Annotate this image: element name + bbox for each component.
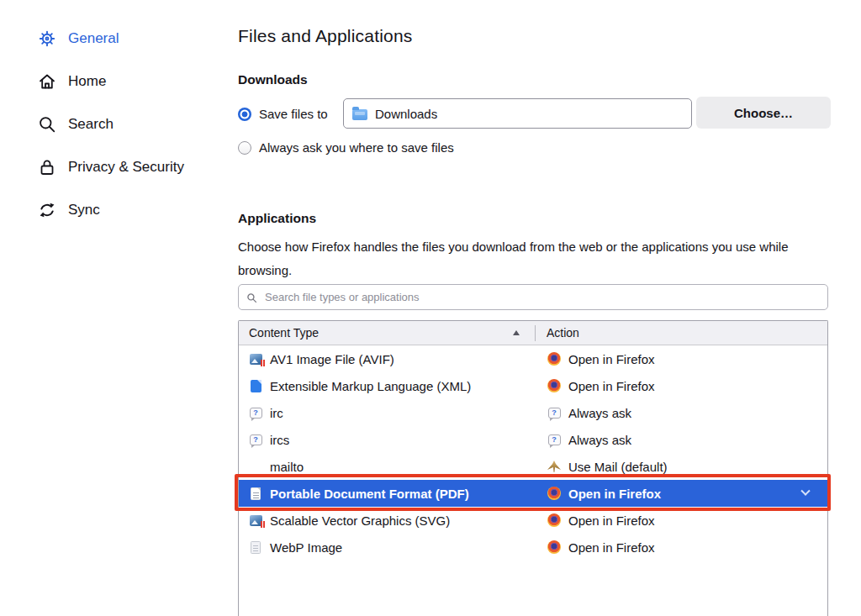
always-ask-radio[interactable] bbox=[238, 141, 251, 155]
downloads-heading: Downloads bbox=[238, 72, 308, 87]
content-type-table-body: AV1 Image File (AVIF) Open in Firefox Ex… bbox=[239, 345, 827, 561]
content-type-label: Extensible Markup Language (XML) bbox=[270, 379, 471, 393]
sidebar-item-sync[interactable]: Sync bbox=[37, 197, 100, 223]
content-type-label: irc bbox=[270, 406, 283, 420]
choose-button[interactable]: Choose… bbox=[696, 97, 831, 129]
always-ask-label: Always ask you where to save files bbox=[259, 140, 454, 155]
content-type-label: ircs bbox=[270, 433, 289, 447]
question-bubble-icon bbox=[250, 434, 262, 445]
search-icon bbox=[37, 114, 57, 134]
sync-icon bbox=[37, 200, 57, 220]
firefox-icon bbox=[547, 379, 561, 392]
sidebar-item-label: Sync bbox=[68, 202, 100, 218]
action-cell[interactable]: Open in Firefox bbox=[536, 372, 827, 399]
content-type-label: mailto bbox=[270, 460, 304, 474]
action-cell[interactable]: Open in Firefox bbox=[536, 345, 827, 372]
search-input[interactable] bbox=[238, 284, 828, 310]
applications-description: Choose how Firefox handles the files you… bbox=[238, 235, 824, 282]
gear-icon bbox=[37, 29, 57, 49]
action-cell[interactable]: Open in Firefox bbox=[536, 480, 827, 507]
content-type-cell: Portable Document Format (PDF) bbox=[239, 480, 536, 507]
action-cell[interactable]: Use Mail (default) bbox=[536, 453, 827, 480]
table-row[interactable]: ircs Always ask bbox=[239, 426, 827, 453]
folder-icon bbox=[352, 109, 367, 120]
action-label: Open in Firefox bbox=[568, 379, 655, 393]
download-path-field[interactable]: Downloads bbox=[343, 98, 692, 129]
applications-search bbox=[238, 284, 828, 310]
action-label: Open in Firefox bbox=[568, 487, 661, 501]
question-bubble-icon bbox=[548, 408, 561, 419]
table-row[interactable]: AV1 Image File (AVIF) Open in Firefox bbox=[239, 345, 827, 372]
content-type-cell: irc bbox=[239, 399, 536, 426]
content-type-cell: WebP Image bbox=[239, 534, 536, 561]
xml-file-icon bbox=[251, 380, 261, 392]
content-type-label: Scalable Vector Graphics (SVG) bbox=[270, 513, 450, 528]
home-icon bbox=[37, 71, 57, 92]
table-header: Content Type Action bbox=[239, 321, 827, 345]
question-bubble-icon bbox=[548, 434, 561, 445]
table-row[interactable]: WebP Image Open in Firefox bbox=[239, 534, 827, 561]
sidebar-item-privacy-security[interactable]: Privacy & Security bbox=[37, 155, 184, 180]
action-label: Open in Firefox bbox=[568, 513, 655, 528]
firefox-icon bbox=[547, 540, 561, 554]
table-row[interactable]: Portable Document Format (PDF) Open in F… bbox=[239, 480, 827, 507]
firefox-icon bbox=[547, 513, 561, 527]
save-files-to-option: Save files to bbox=[238, 107, 328, 121]
content-type-cell: AV1 Image File (AVIF) bbox=[239, 345, 536, 372]
save-files-to-radio[interactable] bbox=[238, 108, 251, 121]
question-bubble-icon bbox=[250, 408, 262, 419]
content-type-cell: Extensible Markup Language (XML) bbox=[239, 372, 536, 399]
action-label: Open in Firefox bbox=[568, 352, 655, 366]
sort-ascending-icon bbox=[513, 330, 520, 335]
column-divider[interactable] bbox=[535, 325, 536, 341]
sidebar-item-search[interactable]: Search bbox=[37, 112, 114, 137]
mail-app-icon bbox=[547, 461, 561, 472]
content-type-column-header[interactable]: Content Type bbox=[249, 326, 319, 340]
table-row[interactable]: Scalable Vector Graphics (SVG) Open in F… bbox=[239, 507, 827, 534]
action-label: Use Mail (default) bbox=[568, 460, 668, 474]
content-type-label: AV1 Image File (AVIF) bbox=[270, 352, 394, 366]
content-type-label: Portable Document Format (PDF) bbox=[270, 487, 469, 501]
action-label: Always ask bbox=[568, 406, 631, 420]
table-row[interactable]: irc Always ask bbox=[239, 399, 827, 426]
page-title: Files and Applications bbox=[238, 26, 413, 46]
content-type-cell: ircs bbox=[239, 426, 536, 453]
sidebar-item-label: General bbox=[68, 30, 119, 47]
sidebar-item-home[interactable]: Home bbox=[37, 69, 106, 94]
sidebar-item-label: Home bbox=[68, 73, 106, 90]
action-cell[interactable]: Always ask bbox=[536, 399, 827, 426]
sidebar-item-label: Privacy & Security bbox=[68, 159, 184, 176]
action-label: Open in Firefox bbox=[568, 540, 655, 555]
applications-heading: Applications bbox=[238, 211, 316, 226]
action-cell[interactable]: Open in Firefox bbox=[536, 534, 827, 561]
sidebar-item-general[interactable]: General bbox=[37, 26, 119, 51]
save-files-to-label: Save files to bbox=[259, 107, 328, 121]
action-column-header[interactable]: Action bbox=[547, 326, 579, 340]
table-row[interactable]: mailto Use Mail (default) bbox=[239, 453, 827, 480]
firefox-icon bbox=[547, 487, 561, 500]
lock-icon bbox=[37, 157, 57, 177]
content-type-cell: Scalable Vector Graphics (SVG) bbox=[239, 507, 536, 534]
firefox-icon bbox=[547, 352, 561, 366]
webp-file-icon bbox=[251, 541, 261, 554]
image-file-icon bbox=[250, 515, 262, 526]
content-type-label: WebP Image bbox=[270, 540, 342, 555]
download-path-value: Downloads bbox=[375, 107, 437, 121]
content-type-table: Content Type Action AV1 Image File (AVIF… bbox=[238, 320, 828, 616]
content-type-cell: mailto bbox=[239, 453, 536, 480]
table-row[interactable]: Extensible Markup Language (XML) Open in… bbox=[239, 372, 827, 399]
action-cell[interactable]: Open in Firefox bbox=[536, 507, 827, 534]
sidebar-item-label: Search bbox=[68, 116, 114, 133]
firefox-settings-page: General Home Search bbox=[0, 0, 861, 616]
action-cell[interactable]: Always ask bbox=[536, 426, 827, 453]
pdf-file-icon bbox=[251, 487, 261, 500]
always-ask-option: Always ask you where to save files bbox=[238, 140, 454, 155]
chevron-down-icon[interactable] bbox=[800, 487, 810, 496]
image-file-icon bbox=[250, 354, 262, 365]
action-label: Always ask bbox=[568, 433, 631, 447]
